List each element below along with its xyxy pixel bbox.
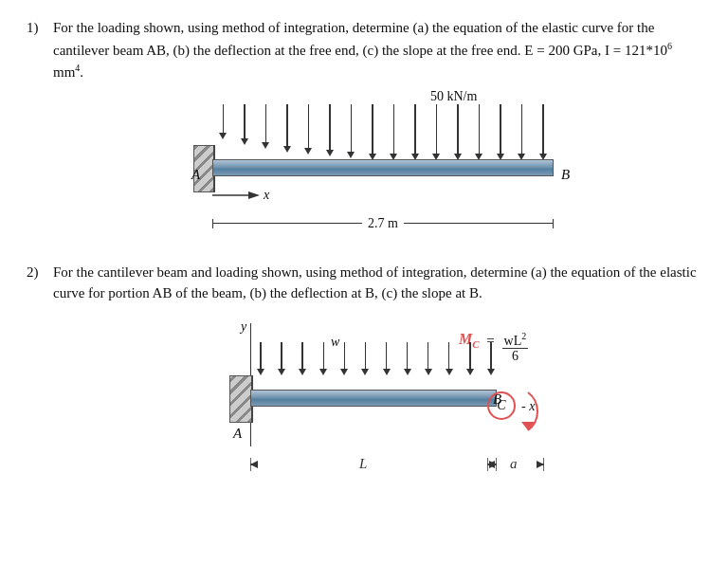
load-arrow	[304, 104, 312, 155]
label-B-1: B	[561, 167, 570, 183]
load-arrow	[411, 104, 419, 160]
dim-tick-right	[553, 219, 554, 228]
dim-L-svg: L	[250, 454, 497, 475]
diagram-1-area: 50 kN/m	[27, 93, 701, 245]
problem-1: 1) For the loading shown, using method o…	[27, 17, 701, 245]
load-arrow	[475, 104, 482, 160]
label-A-2: A	[233, 426, 242, 442]
label-A-1: A	[191, 167, 200, 183]
load-arrow-2	[425, 342, 432, 375]
x-arrow-1: x	[212, 188, 269, 203]
problem-1-description: For the loading shown, using method of i…	[53, 17, 701, 83]
wall-left-2	[229, 375, 252, 423]
load-arrow	[262, 104, 269, 149]
problem-2-description: For the cantilever beam and loading show…	[53, 262, 701, 304]
y-label: y	[241, 319, 246, 335]
load-arrow-2	[257, 342, 264, 375]
dim-text-1: 2.7 m	[362, 216, 404, 231]
dim-bar	[213, 223, 362, 224]
x-arrow-svg	[212, 188, 260, 203]
load-arrow-2	[361, 342, 369, 375]
dimension-line-1: 2.7 m	[212, 216, 554, 231]
svg-text:L: L	[358, 456, 367, 471]
load-arrow-2	[340, 342, 348, 375]
load-arrow	[518, 104, 525, 160]
diagram-2: y w MC = wL2 6	[165, 314, 582, 503]
load-arrow-2	[487, 342, 495, 375]
problem-1-text: 1) For the loading shown, using method o…	[27, 17, 701, 83]
svg-text:a: a	[510, 456, 518, 471]
load-arrow-2	[383, 342, 391, 375]
load-label: 50 kN/m	[430, 89, 477, 104]
load-arrow-2	[466, 342, 474, 375]
load-arrow	[326, 104, 334, 156]
mc-denominator: 6	[510, 349, 520, 364]
svg-marker-14	[487, 461, 495, 468]
load-arrow	[497, 104, 504, 160]
svg-marker-15	[537, 461, 544, 468]
load-arrow	[283, 104, 291, 153]
load-arrow	[219, 104, 227, 139]
diagram-2-area: y w MC = wL2 6	[27, 314, 701, 503]
load-arrow	[539, 104, 547, 160]
diagram-1: 50 kN/m	[155, 93, 610, 245]
problem-2: 2) For the cantilever beam and loading s…	[27, 262, 701, 503]
problem-2-number: 2)	[27, 262, 47, 304]
dim-a-svg: a	[487, 454, 544, 475]
distributed-load-2	[250, 342, 501, 390]
load-arrow	[369, 104, 376, 160]
beam-2	[250, 390, 497, 407]
load-arrow-2	[446, 342, 453, 375]
c-label: C	[497, 398, 505, 413]
dim-line-L: L	[250, 454, 497, 475]
svg-marker-7	[250, 461, 258, 468]
load-arrow-2	[404, 342, 411, 375]
load-arrow	[390, 104, 397, 160]
svg-marker-1	[248, 191, 260, 199]
mc-fraction: wL2 6	[502, 331, 529, 365]
load-arrow	[454, 104, 462, 160]
distributed-load-1	[212, 104, 554, 159]
load-arrow-2	[299, 342, 306, 375]
x-label-1: x	[264, 188, 269, 203]
beam-1	[212, 159, 554, 176]
load-arrow-2	[278, 342, 285, 375]
load-arrow-2	[319, 342, 327, 375]
dim-line-a: a	[487, 454, 544, 475]
load-arrow	[432, 104, 440, 160]
mc-numerator: wL2	[502, 331, 529, 350]
load-arrow	[347, 104, 355, 158]
minus-x-label: - x	[521, 399, 535, 414]
problem-2-text: 2) For the cantilever beam and loading s…	[27, 262, 701, 304]
dim-bar	[404, 223, 553, 224]
load-arrow	[241, 104, 248, 145]
problem-1-number: 1)	[27, 17, 47, 83]
c-circle: C	[487, 391, 516, 420]
